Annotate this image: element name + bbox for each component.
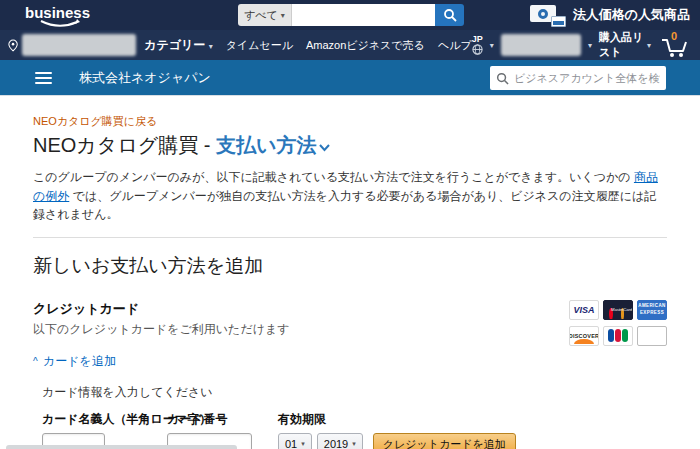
- cart-button[interactable]: 0: [658, 32, 692, 58]
- cart-count-badge: 0: [671, 30, 677, 42]
- search-scope-label: すべて: [244, 8, 278, 23]
- nav-item-time-sale[interactable]: タイムセール: [226, 38, 293, 53]
- card-number-field-group: カード番号: [167, 411, 278, 449]
- unionpay-logo: UnionPay: [637, 326, 667, 346]
- discover-logo: DISCOVER: [569, 326, 599, 346]
- nav-item-sell-on-amazon[interactable]: Amazonビジネスで売る: [306, 38, 425, 53]
- search-scope-dropdown[interactable]: すべて ▾: [238, 4, 292, 26]
- expiry-field-group: 有効期限 01 ▾ 2019 ▾ クレジットカードを追加: [278, 411, 516, 449]
- chevron-down-icon: ▾: [281, 11, 285, 20]
- chevron-down-icon: ▾: [209, 42, 213, 51]
- language-selector[interactable]: JP: [472, 35, 483, 55]
- country-label: JP: [472, 35, 483, 44]
- chevron-down-icon: ▾: [647, 41, 651, 50]
- location-pin-icon: [8, 37, 18, 54]
- add-credit-card-button[interactable]: クレジットカードを追加: [373, 433, 516, 449]
- visa-logo: VISA: [569, 300, 599, 320]
- search-button[interactable]: [435, 4, 464, 26]
- add-payment-heading: 新しいお支払い方法を追加: [33, 253, 667, 279]
- amazon-smile-icon: [39, 19, 83, 29]
- add-card-toggle-link[interactable]: ^ カードを追加: [33, 353, 667, 370]
- business-logo[interactable]: business: [25, 4, 90, 21]
- chevron-down-icon: ▾: [490, 41, 494, 50]
- main-search-bar: すべて ▾: [238, 4, 464, 26]
- group-payment-description: このグループのメンバーのみが、以下に記載されている支払い方法で注文を行うことがで…: [33, 168, 667, 224]
- credit-card-section: クレジットカード 以下のクレジットカードをご利用いただけます VISA Mast…: [33, 300, 667, 449]
- nav-right-cluster: JP ▾ ▾ 購入品リスト ▾ 0: [472, 30, 692, 60]
- expiry-month-select[interactable]: 01 ▾: [278, 433, 312, 449]
- card-form-prompt: カード情報を入力してください: [33, 384, 667, 401]
- card-holder-field-group: カード名義人（半角ローマ字）: [42, 411, 167, 449]
- card-holder-label: カード名義人（半角ローマ字）: [42, 411, 167, 428]
- expiry-label: 有効期限: [278, 411, 516, 428]
- page-title: NEOカタログ購買 - 支払い方法: [33, 132, 667, 159]
- blurred-account-name[interactable]: [501, 34, 581, 56]
- amex-logo: AMERICAN EXPRESS: [637, 300, 667, 320]
- chevron-down-icon: ▾: [588, 41, 592, 50]
- globe-icon: [472, 44, 483, 55]
- back-to-catalog-link[interactable]: NEOカタログ購買に戻る: [33, 115, 157, 127]
- business-pricing-icon: [530, 3, 566, 27]
- section-divider: [33, 237, 667, 238]
- business-pricing-promo[interactable]: 法人価格の人気商品: [530, 0, 690, 30]
- credit-card-form: カード名義人（半角ローマ字） カード番号 有効期限 01 ▾ 2019 ▾: [33, 411, 667, 449]
- main-search-input[interactable]: [292, 4, 435, 26]
- blurred-delivery-address[interactable]: [22, 34, 136, 56]
- top-navbar: business すべて ▾ 法人価格の人気商品: [0, 0, 700, 30]
- status-tooltip-edge: [6, 445, 237, 449]
- purchase-list-menu[interactable]: 購入品リスト ▾: [599, 30, 651, 60]
- hamburger-menu-icon[interactable]: [35, 72, 52, 84]
- search-icon: [496, 72, 509, 85]
- accepted-card-logos: VISA MasterCard AMERICAN EXPRESS DISCOVE…: [569, 300, 667, 346]
- company-name: 株式会社ネオジャパン: [79, 69, 211, 87]
- chevron-down-icon[interactable]: [318, 143, 331, 152]
- chevron-down-icon: ▾: [301, 440, 305, 448]
- payment-method-section-toggle[interactable]: 支払い方法: [216, 134, 316, 156]
- nav-item-help[interactable]: ヘルプ: [438, 38, 472, 53]
- chevron-up-icon: ^: [33, 356, 38, 367]
- card-number-label: カード番号: [167, 411, 278, 428]
- account-search-input[interactable]: [514, 72, 660, 84]
- group-bar: 株式会社ネオジャパン: [0, 60, 700, 96]
- nav-links: カテゴリー ▾ タイムセール Amazonビジネスで売る ヘルプ: [144, 37, 471, 54]
- expiry-year-select[interactable]: 2019 ▾: [317, 433, 363, 449]
- main-content: NEOカタログ購買に戻る NEOカタログ購買 - 支払い方法 このグループのメン…: [0, 96, 700, 449]
- jcb-logo: [603, 326, 633, 346]
- nav-item-categories[interactable]: カテゴリー ▾: [144, 37, 212, 54]
- secondary-navbar: カテゴリー ▾ タイムセール Amazonビジネスで売る ヘルプ JP ▾ ▾ …: [0, 30, 700, 60]
- mastercard-logo: MasterCard: [603, 300, 633, 320]
- chevron-down-icon: ▾: [352, 440, 356, 448]
- promo-label: 法人価格の人気商品: [573, 6, 690, 24]
- search-icon: [443, 8, 457, 22]
- account-search-box[interactable]: [490, 66, 666, 90]
